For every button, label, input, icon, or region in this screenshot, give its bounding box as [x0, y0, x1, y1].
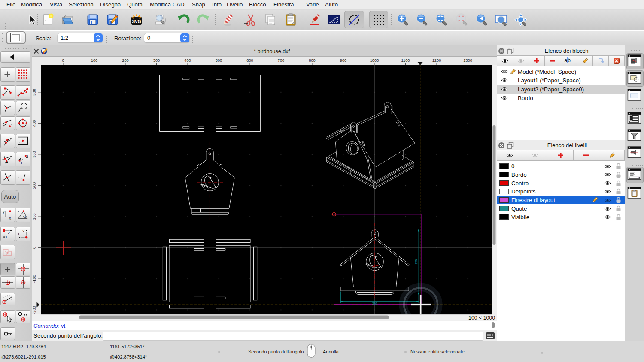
svg-text:2: 2: [22, 229, 24, 233]
svg-text:1200: 1200: [432, 58, 441, 63]
svg-text:800: 800: [309, 58, 316, 63]
svg-text:500: 500: [216, 58, 222, 63]
svg-text:200: 200: [122, 58, 129, 63]
svg-text:y: y: [3, 209, 5, 214]
svg-text:r: r: [18, 210, 19, 215]
svg-text:a: a: [24, 214, 26, 219]
svg-text:c: command: c: command: [630, 177, 639, 179]
svg-text:600: 600: [246, 58, 253, 63]
svg-text:1300: 1300: [463, 58, 472, 63]
svg-text:* birdhouse.dxf: * birdhouse.dxf: [254, 48, 290, 54]
svg-text:100 < 1000: 100 < 1000: [468, 315, 495, 321]
svg-text:300: 300: [32, 151, 36, 158]
svg-text:1: 1: [18, 232, 20, 236]
svg-text:1: 1: [20, 160, 22, 165]
svg-text:400: 400: [32, 120, 36, 127]
svg-text:2: 2: [8, 230, 10, 235]
svg-text:500: 500: [32, 89, 36, 96]
svg-text:200: 200: [32, 182, 36, 189]
svg-text:1: 1: [5, 235, 7, 239]
svg-text:900: 900: [340, 58, 347, 63]
svg-text:220: 220: [372, 302, 377, 305]
svg-text:700: 700: [278, 58, 285, 63]
svg-text:0: 0: [62, 58, 64, 63]
svg-text:Elenco dei livelli: Elenco dei livelli: [547, 142, 587, 148]
svg-text:x: x: [9, 216, 12, 220]
svg-text:Elenco dei blocchi: Elenco dei blocchi: [545, 48, 590, 54]
svg-text:SVG: SVG: [132, 19, 141, 24]
svg-text:-100: -100: [32, 275, 36, 283]
svg-text:100: 100: [32, 213, 36, 220]
svg-text:-200: -200: [32, 306, 36, 314]
svg-text:1100: 1100: [401, 58, 410, 63]
svg-text:300: 300: [153, 58, 160, 63]
svg-text:100: 100: [91, 58, 98, 63]
svg-text:1000: 1000: [370, 58, 379, 63]
svg-text:205: 205: [415, 259, 418, 264]
svg-text:0: 0: [32, 247, 36, 249]
svg-text:2: 2: [26, 154, 28, 159]
svg-text:400: 400: [184, 58, 191, 63]
